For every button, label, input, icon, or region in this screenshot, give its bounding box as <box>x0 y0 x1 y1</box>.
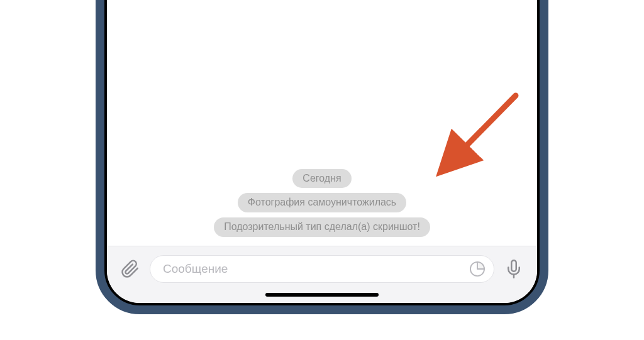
phone-screen: Сегодня Фотография самоуничтожилась Подо… <box>107 0 537 303</box>
phone-frame: Сегодня Фотография самоуничтожилась Подо… <box>96 0 548 314</box>
message-input-field[interactable]: Сообщение <box>150 255 494 283</box>
home-indicator <box>265 293 379 297</box>
message-input-placeholder: Сообщение <box>163 262 462 276</box>
attach-icon[interactable] <box>119 258 141 280</box>
date-separator: Сегодня <box>292 169 351 189</box>
service-message: Фотография самоуничтожилась <box>238 193 406 212</box>
chat-message-area[interactable]: Сегодня Фотография самоуничтожилась Подо… <box>107 0 537 246</box>
sticker-icon[interactable] <box>469 260 486 278</box>
microphone-icon[interactable] <box>503 258 525 280</box>
service-message: Подозрительный тип сделал(а) скриншот! <box>214 217 430 237</box>
